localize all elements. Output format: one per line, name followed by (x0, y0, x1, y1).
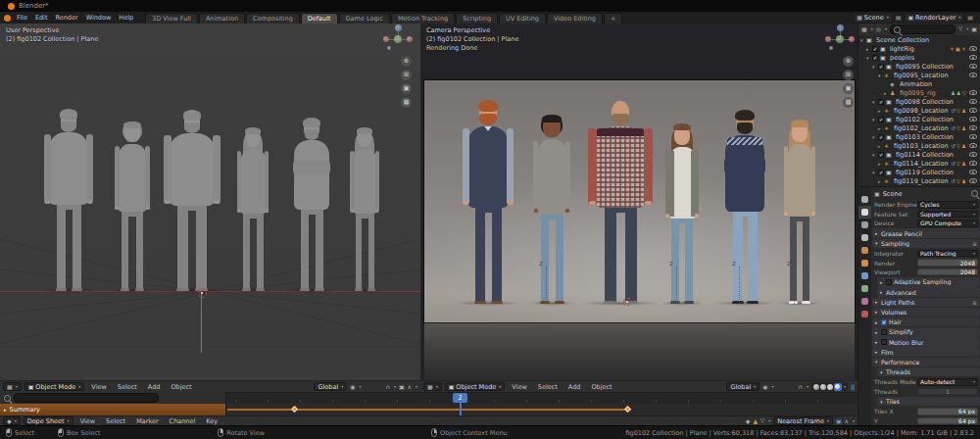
outliner-search-input[interactable] (890, 24, 956, 34)
pan-icon[interactable]: ⊞ (401, 70, 412, 80)
proportional-edit-icon[interactable]: ◉ (762, 384, 767, 390)
pan-icon[interactable]: ⊞ (843, 70, 854, 80)
gizmo-z-axis[interactable] (837, 24, 844, 31)
panel-adaptive-sampling[interactable]: ▸Adaptive Sampling (877, 277, 980, 287)
outliner-row-fig0114-collection[interactable]: ▾✓▣fig0114 Collection (858, 150, 980, 159)
editor-type-button[interactable]: ▦▾ (423, 382, 442, 391)
visibility-checkbox[interactable]: ✓ (872, 55, 878, 61)
workspace-tab-uv-editing[interactable]: UV Editing (499, 13, 546, 24)
editor-type-button[interactable]: ▦▾ (3, 382, 22, 391)
person-orange-icon[interactable]: ♟ (961, 178, 966, 184)
checkbox-adaptive-sampling[interactable] (886, 279, 892, 285)
value-field-tiles-x[interactable]: 64 px (917, 408, 978, 415)
outliner-row-fig0095-collection[interactable]: ▾✓▣fig0095 Collection (858, 62, 980, 71)
scene-selector[interactable]: ▦ Scene ▾ (853, 13, 893, 24)
outliner-row-fig0103-collection[interactable]: ▾✓▣fig0103 Collection (858, 132, 980, 141)
orientation-selector[interactable]: Global▾ (726, 382, 760, 391)
action-icon[interactable]: ↺ (951, 143, 956, 149)
viewport-menu-object-right[interactable]: Object (587, 383, 615, 391)
properties-tab-scene[interactable] (858, 231, 871, 244)
filter-collection-icon[interactable]: ◎ (876, 26, 881, 32)
ghost-icon[interactable]: ◆ (746, 418, 751, 424)
pause-render-button[interactable]: || (851, 383, 855, 390)
outliner-row-fig0114-location[interactable]: ▸+fig0114_Location↺▽♟ (858, 159, 980, 168)
viewport-menu-add-left[interactable]: Add (144, 383, 165, 391)
checkbox-simplify[interactable] (881, 329, 887, 335)
mode-selector[interactable]: ▣Object Mode▾ (24, 382, 85, 391)
zoom-icon[interactable]: ⊕ (843, 56, 854, 67)
properties-tab-textures[interactable] (858, 308, 871, 320)
eye-icon[interactable] (969, 170, 977, 174)
workspace-tab-game-logic[interactable]: Game Logic (339, 13, 390, 24)
gizmo-x-axis[interactable] (825, 36, 831, 42)
workspace-tab-default[interactable]: Default (301, 13, 338, 24)
visibility-checkbox[interactable]: ✓ (878, 64, 884, 70)
gizmo-z-axis[interactable] (395, 24, 402, 31)
menu-edit[interactable]: Edit (31, 14, 52, 22)
outliner-row-fig0098-location[interactable]: ▸+fig0098_Location↺▽♟ (858, 106, 980, 115)
viewport-menu-view-right[interactable]: View (508, 383, 530, 391)
summary-channel[interactable]: ▸ Summary (0, 404, 225, 415)
workspace-tab-scripting[interactable]: Scripting (456, 13, 498, 24)
person-orange-icon[interactable]: ♟ (961, 108, 966, 114)
overlay-icon[interactable]: ∧ (408, 384, 412, 390)
funnel-icon[interactable]: ▽ (956, 178, 960, 184)
shading-rendered-active[interactable] (834, 383, 842, 391)
viewport-menu-select-right[interactable]: Select (534, 383, 562, 391)
warning-icon[interactable]: ▲ (753, 418, 758, 424)
panel-grease-pencil[interactable]: ▸Grease Pencil (872, 228, 980, 238)
sun-icon[interactable]: ☀ (950, 46, 955, 52)
visibility-checkbox[interactable]: ✓ (878, 152, 884, 158)
panel-performance[interactable]: ▾Performance (872, 358, 980, 367)
zoom-icon[interactable]: ⊕ (401, 56, 412, 67)
sun-icon[interactable]: ☀ (961, 46, 966, 52)
expand-icon[interactable]: ▸ (4, 407, 7, 413)
properties-tab-object[interactable] (858, 257, 871, 269)
outliner-row-fig0102-location[interactable]: ▸+fig0102_Location↺▽♟ (858, 123, 980, 132)
gizmo-x-axis[interactable] (407, 36, 413, 42)
shading-sphere-icon-2[interactable] (827, 384, 833, 390)
eye-icon[interactable] (969, 64, 977, 69)
filter-funnel-icon[interactable]: ▽ (760, 418, 764, 424)
checkbox-hair[interactable]: ✓ (881, 319, 887, 325)
workspace-tab-[interactable]: + (604, 13, 622, 24)
eye-icon[interactable] (969, 73, 977, 77)
layers-grid[interactable] (777, 383, 796, 390)
eye-icon[interactable] (969, 90, 977, 95)
visibility-checkbox[interactable]: ✓ (878, 134, 884, 140)
dropdown-integrator[interactable]: Path Tracing▾ (917, 250, 978, 258)
value-field-render[interactable]: 2048 (917, 259, 978, 267)
eye-icon[interactable] (969, 143, 977, 148)
viewport-3d-camera[interactable]: ZZZZZZ Camera Perspective (2) fig0102 Co… (420, 24, 858, 380)
viewport-menu-view-left[interactable]: View (87, 383, 110, 391)
shading-sphere-icon-0[interactable] (813, 384, 819, 390)
viewport-menu-object-left[interactable]: Object (167, 383, 195, 391)
ortho-toggle-icon[interactable]: ▦ (843, 97, 854, 108)
outliner-row-animation[interactable]: ◆Animation (858, 79, 980, 88)
ortho-toggle-icon[interactable]: ▦ (401, 97, 412, 108)
outliner-row-fig0103-location[interactable]: ▸+fig0103_Location↺▽♟ (858, 141, 980, 150)
panel-volumes[interactable]: ▸Volumes (872, 308, 980, 317)
outliner-row-fig0119-collection[interactable]: ▾✓▣fig0119 Collection (858, 168, 980, 176)
panel-film[interactable]: ▸Film (872, 347, 980, 357)
gizmo-center[interactable] (394, 35, 402, 43)
eye-icon[interactable] (969, 108, 977, 113)
visibility-checkbox[interactable]: ✓ (878, 117, 884, 122)
menu-render[interactable]: Render (51, 14, 81, 22)
renderlayer-selector[interactable]: ▣ RenderLayer ▾ (904, 13, 964, 24)
funnel-icon[interactable]: ▽ (956, 108, 960, 114)
editor-type-button[interactable]: ◆▾ (3, 416, 21, 425)
viewport-3d-left[interactable]: User Perspective (2) fig0102 Collection … (0, 24, 420, 380)
properties-tab-tool[interactable] (858, 193, 871, 206)
new-collection-icon[interactable]: ▣ (971, 26, 977, 32)
properties-tab-world[interactable] (858, 244, 871, 257)
funnel-icon[interactable]: ▽ (956, 143, 960, 149)
blender-menu-icon[interactable] (4, 15, 11, 22)
gizmo-minus-axis[interactable] (829, 46, 833, 50)
properties-tab-render-layers[interactable] (858, 219, 871, 231)
action-icon[interactable]: ↺ (951, 161, 956, 167)
workspace-tab-video-editing[interactable]: Video Editing (547, 13, 603, 24)
funnel-icon[interactable]: ▽ (962, 90, 966, 96)
panel-simplify[interactable]: ▸Simplify (872, 327, 980, 337)
value-field-viewport[interactable]: 2048 (917, 268, 978, 276)
